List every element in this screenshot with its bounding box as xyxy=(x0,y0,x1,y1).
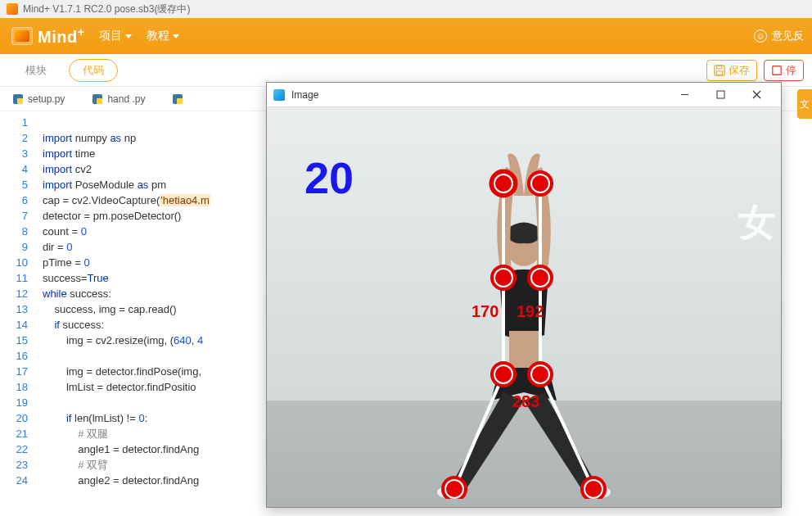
image-window-titlebar[interactable]: Image xyxy=(267,83,781,107)
svg-rect-1 xyxy=(717,66,722,69)
sub-toolbar-right: 保存 停 xyxy=(706,60,804,81)
side-tab[interactable]: 文 xyxy=(797,89,812,119)
ribbon-right: ☺ 意见反 xyxy=(754,29,804,43)
minimize-icon xyxy=(680,90,689,99)
angle-hip: 283 xyxy=(512,392,539,411)
menu-tutorial[interactable]: 教程 xyxy=(147,29,179,43)
close-icon xyxy=(752,90,761,99)
tab-module-label: 模块 xyxy=(25,63,47,78)
feedback-link[interactable]: 意见反 xyxy=(772,29,804,43)
watermark-text: 女 xyxy=(738,197,776,248)
stop-button-label: 停 xyxy=(786,63,796,78)
menu-project-label: 项目 xyxy=(99,29,122,43)
side-tab-label: 文 xyxy=(800,97,810,111)
angle-left-shoulder: 170 xyxy=(471,302,498,321)
image-window-title: Image xyxy=(291,89,318,101)
chevron-down-icon xyxy=(173,34,179,38)
person-figure xyxy=(393,147,655,499)
maximize-button[interactable] xyxy=(702,84,738,106)
logo[interactable]: Mind+ xyxy=(11,25,84,47)
python-icon xyxy=(92,94,102,104)
logo-icon xyxy=(11,27,33,45)
line-gutter: 123456789101112131415161718192021222324 xyxy=(0,111,39,516)
svg-rect-3 xyxy=(773,66,782,75)
svg-rect-0 xyxy=(715,65,724,75)
file-tab-label: setup.py xyxy=(28,93,65,105)
stop-icon xyxy=(771,65,783,76)
image-window-icon xyxy=(273,89,285,101)
python-icon xyxy=(173,94,183,104)
window-title: Mind+ V1.7.1 RC2.0 pose.sb3(缓存中) xyxy=(23,2,190,16)
save-icon xyxy=(714,65,725,76)
chevron-down-icon xyxy=(125,34,132,38)
svg-rect-2 xyxy=(717,70,723,74)
svg-rect-5 xyxy=(717,91,724,98)
app-icon xyxy=(7,3,18,15)
file-tab-label: hand .py xyxy=(107,93,145,105)
feedback-icon: ☺ xyxy=(754,29,767,43)
close-button[interactable] xyxy=(738,84,774,106)
rep-counter: 20 xyxy=(304,152,354,203)
menu-tutorial-label: 教程 xyxy=(147,29,169,43)
image-window[interactable]: Image 女 xyxy=(266,82,782,508)
file-tab[interactable]: hand .py xyxy=(86,90,160,108)
angle-right-shoulder: 192 xyxy=(517,302,544,321)
tab-module[interactable]: 模块 xyxy=(11,59,61,82)
minimize-button[interactable] xyxy=(666,84,702,106)
image-canvas: 女 xyxy=(267,107,781,507)
logo-text: Mind+ xyxy=(38,25,84,47)
top-ribbon: Mind+ 项目 教程 ☺ 意见反 xyxy=(0,18,812,54)
tab-code[interactable]: 代码 xyxy=(69,59,118,82)
save-button-label: 保存 xyxy=(729,63,750,78)
window-controls xyxy=(666,84,774,106)
maximize-icon xyxy=(716,90,725,99)
stop-button[interactable]: 停 xyxy=(764,60,804,81)
tab-code-label: 代码 xyxy=(83,63,104,78)
menu-project[interactable]: 项目 xyxy=(99,29,132,43)
os-titlebar: Mind+ V1.7.1 RC2.0 pose.sb3(缓存中) xyxy=(0,0,812,18)
python-icon xyxy=(13,94,23,104)
file-tab[interactable] xyxy=(166,91,186,107)
save-button[interactable]: 保存 xyxy=(706,60,757,81)
file-tab[interactable]: setup.py xyxy=(7,90,79,108)
